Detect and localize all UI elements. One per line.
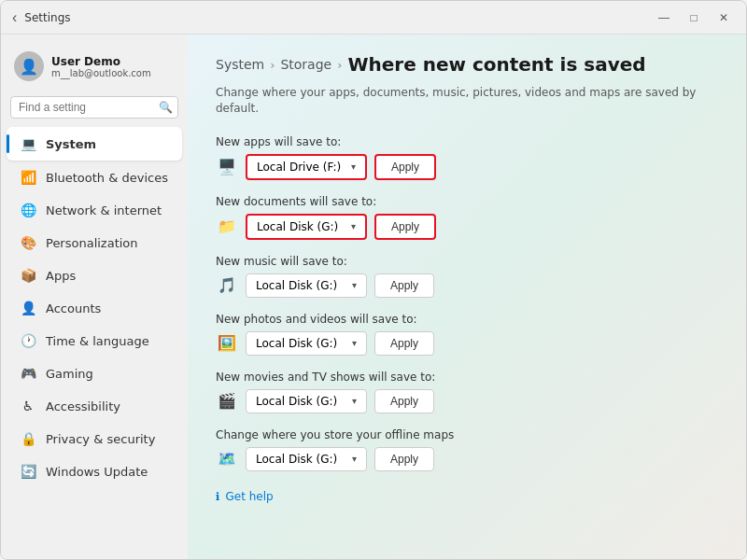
search-input[interactable] [19,101,159,114]
dropdown-maps[interactable]: Local Disk (G:)▾ [246,447,367,471]
sidebar-item-windows-update[interactable]: 🔄Windows Update [7,455,182,487]
time-icon: 🕐 [20,332,36,349]
dropdown-documents[interactable]: Local Disk (G:)▾ [246,214,367,240]
help-icon: ℹ️ [216,490,220,503]
get-help-label: Get help [226,490,274,503]
setting-row-maps: 🗺️Local Disk (G:)▾Apply [216,447,718,471]
breadcrumb-system[interactable]: System [216,57,264,72]
setting-group-maps: Change where you store your offline maps… [216,428,718,471]
settings-window: ‹ Settings — □ ✕ 👤 User Demo m__lab@outl… [0,0,747,560]
nav-menu: 💻System📶Bluetooth & devices🌐Network & in… [1,126,188,488]
privacy-icon: 🔒 [20,430,36,447]
setting-group-photos: New photos and videos will save to:🖼️Loc… [216,313,718,356]
search-box[interactable]: 🔍 [10,96,178,119]
sidebar-item-label: Bluetooth & devices [46,171,168,185]
sidebar: 👤 User Demo m__lab@outlook.com 🔍 💻System… [1,35,188,559]
setting-label-movies: New movies and TV shows will save to: [216,371,718,384]
breadcrumb-current: Where new content is saved [347,53,645,76]
sidebar-item-bluetooth[interactable]: 📶Bluetooth & devices [7,161,182,193]
page-subtitle: Change where your apps, documents, music… [216,85,718,117]
user-name: User Demo [51,55,151,68]
windows-update-icon: 🔄 [20,463,36,480]
main-content: System › Storage › Where new content is … [188,35,746,559]
sidebar-item-accessibility[interactable]: ♿Accessibility [7,390,182,422]
titlebar: ‹ Settings — □ ✕ [1,1,746,35]
network-icon: 🌐 [20,202,36,218]
user-info: User Demo m__lab@outlook.com [51,55,151,78]
sidebar-item-personalization[interactable]: 🎨Personalization [7,227,182,259]
dropdown-value: Local Disk (G:) [257,220,338,233]
system-icon: 💻 [20,135,36,152]
sidebar-item-label: Apps [46,269,76,283]
sidebar-item-time[interactable]: 🕐Time & language [7,325,182,357]
sidebar-item-privacy[interactable]: 🔒Privacy & security [7,423,182,455]
sidebar-item-accounts[interactable]: 👤Accounts [7,292,182,324]
setting-group-music: New music will save to:🎵Local Disk (G:)▾… [216,255,718,298]
breadcrumb-sep1: › [270,58,275,72]
setting-label-maps: Change where you store your offline maps [216,428,718,441]
chevron-down-icon: ▾ [351,221,356,231]
dropdown-music[interactable]: Local Disk (G:)▾ [246,273,367,298]
setting-label-music: New music will save to: [216,255,718,268]
setting-row-photos: 🖼️Local Disk (G:)▾Apply [216,331,718,356]
get-help-link[interactable]: ℹ️ Get help [216,490,718,503]
sidebar-item-network[interactable]: 🌐Network & internet [7,194,182,226]
dropdown-apps[interactable]: Local Drive (F:)▾ [246,154,367,180]
bluetooth-icon: 📶 [20,169,36,186]
setting-row-music: 🎵Local Disk (G:)▾Apply [216,273,718,298]
accessibility-icon: ♿ [20,398,36,414]
apps-icon: 🖥️ [216,156,238,178]
chevron-down-icon: ▾ [351,161,356,172]
close-button[interactable]: ✕ [712,7,735,29]
setting-row-documents: 📁Local Disk (G:)▾Apply [216,214,718,240]
active-indicator [7,134,9,153]
apply-button-documents[interactable]: Apply [374,214,436,240]
setting-group-movies: New movies and TV shows will save to:🎬Lo… [216,371,718,413]
dropdown-value: Local Disk (G:) [256,279,337,292]
breadcrumb: System › Storage › Where new content is … [216,53,718,76]
dropdown-value: Local Disk (G:) [256,453,337,466]
back-button[interactable]: ‹ [12,9,17,26]
accounts-icon: 👤 [20,300,36,316]
chevron-down-icon: ▾ [352,338,357,348]
personalization-icon: 🎨 [20,234,36,251]
dropdown-photos[interactable]: Local Disk (G:)▾ [246,331,367,356]
chevron-down-icon: ▾ [352,280,357,290]
dropdown-movies[interactable]: Local Disk (G:)▾ [246,389,367,413]
setting-label-documents: New documents will save to: [216,195,718,208]
apps-icon: 📦 [20,267,36,284]
setting-label-photos: New photos and videos will save to: [216,313,718,326]
photos-icon: 🖼️ [216,332,238,355]
avatar: 👤 [14,51,44,81]
sidebar-item-label: Network & internet [46,203,162,217]
user-email: m__lab@outlook.com [51,68,151,78]
sidebar-item-label: Time & language [46,334,149,348]
setting-group-documents: New documents will save to:📁Local Disk (… [216,195,718,240]
sidebar-item-gaming[interactable]: 🎮Gaming [7,357,182,389]
apply-button-music[interactable]: Apply [374,273,434,298]
breadcrumb-storage[interactable]: Storage [280,57,331,72]
music-icon: 🎵 [216,274,238,297]
window-controls: — □ ✕ [653,7,735,29]
maximize-button[interactable]: □ [683,7,705,29]
sidebar-item-system[interactable]: 💻System [7,127,182,161]
search-icon: 🔍 [159,101,173,114]
apply-button-photos[interactable]: Apply [374,331,434,356]
apply-button-maps[interactable]: Apply [374,447,434,471]
user-profile: 👤 User Demo m__lab@outlook.com [1,42,188,91]
sidebar-item-label: Gaming [46,367,93,381]
apply-button-movies[interactable]: Apply [374,389,434,413]
minimize-button[interactable]: — [653,7,675,29]
documents-icon: 📁 [216,216,238,238]
movies-icon: 🎬 [216,390,238,413]
chevron-down-icon: ▾ [352,396,357,406]
maps-icon: 🗺️ [216,448,238,470]
dropdown-value: Local Disk (G:) [256,395,337,408]
sidebar-item-apps[interactable]: 📦Apps [7,259,182,291]
apply-button-apps[interactable]: Apply [374,154,436,180]
sidebar-item-label: Privacy & security [46,432,155,446]
setting-row-apps: 🖥️Local Drive (F:)▾Apply [216,154,718,180]
dropdown-value: Local Drive (F:) [257,161,341,174]
sidebar-item-label: System [46,137,96,151]
breadcrumb-sep2: › [337,58,342,72]
